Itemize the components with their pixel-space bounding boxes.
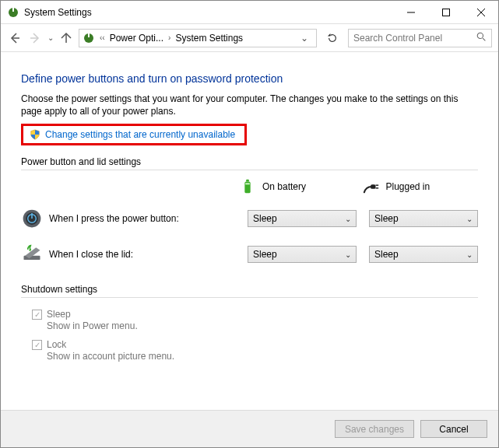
sleep-checkbox: ✓ — [32, 310, 42, 320]
col-plugged-in: Plugged in — [363, 178, 479, 195]
lock-desc: Show in account picture menu. — [47, 351, 174, 362]
refresh-button[interactable] — [322, 29, 343, 47]
lock-label: Lock — [47, 339, 174, 350]
recent-locations-dropdown[interactable]: ⌄ — [47, 33, 54, 42]
plug-icon — [363, 178, 380, 195]
chevron-right-icon: › — [167, 33, 172, 42]
svg-rect-3 — [442, 9, 449, 16]
shutdown-option-lock: ✓ Lock Show in account picture menu. — [32, 339, 478, 362]
breadcrumb-item[interactable]: System Settings — [175, 33, 243, 44]
col-plugged-label: Plugged in — [386, 181, 430, 192]
chevron-down-icon: ⌄ — [345, 250, 351, 259]
section-power-lid-title: Power button and lid settings — [21, 156, 478, 170]
page-description: Choose the power settings that you want … — [21, 93, 478, 117]
power-options-icon — [83, 32, 95, 44]
search-icon — [476, 32, 487, 44]
svg-rect-14 — [246, 180, 249, 182]
power-button-battery-select[interactable]: Sleep ⌄ — [248, 210, 357, 227]
maximize-button[interactable] — [428, 1, 463, 23]
laptop-lid-icon — [21, 243, 43, 265]
breadcrumb-item[interactable]: Power Opti... — [110, 33, 163, 44]
power-button-plugged-select[interactable]: Sleep ⌄ — [369, 210, 478, 227]
lock-checkbox: ✓ — [32, 340, 42, 350]
close-lid-label: When I close the lid: — [49, 249, 213, 260]
up-button[interactable] — [58, 30, 74, 46]
svg-line-12 — [483, 38, 485, 40]
search-input[interactable]: Search Control Panel — [348, 29, 492, 47]
title-bar: System Settings — [1, 1, 498, 24]
svg-rect-15 — [245, 184, 250, 185]
col-on-battery: On battery — [239, 178, 355, 195]
back-button[interactable] — [7, 30, 23, 46]
breadcrumb[interactable]: ‹‹ Power Opti... › System Settings ⌄ — [79, 29, 317, 47]
forward-button[interactable] — [27, 30, 43, 46]
sleep-label: Sleep — [47, 309, 138, 320]
svg-rect-16 — [371, 185, 375, 190]
power-options-icon — [7, 6, 19, 19]
window-title: System Settings — [24, 7, 393, 18]
save-changes-button[interactable]: Save changes — [335, 420, 414, 438]
cancel-button[interactable]: Cancel — [420, 420, 487, 438]
close-button[interactable] — [463, 1, 498, 23]
power-button-icon — [21, 208, 43, 229]
col-battery-label: On battery — [262, 181, 306, 192]
search-placeholder: Search Control Panel — [353, 33, 442, 44]
change-settings-highlighted: Change settings that are currently unava… — [21, 124, 247, 145]
breadcrumb-sep: ‹‹ — [98, 33, 107, 42]
change-settings-link[interactable]: Change settings that are currently unava… — [45, 129, 235, 140]
uac-shield-icon — [30, 129, 40, 140]
battery-icon — [239, 178, 256, 195]
breadcrumb-dropdown[interactable]: ⌄ — [296, 33, 313, 44]
power-button-label: When I press the power button: — [49, 213, 213, 224]
chevron-down-icon: ⌄ — [466, 215, 473, 223]
page-heading: Define power buttons and turn on passwor… — [21, 72, 478, 85]
svg-rect-1 — [12, 8, 14, 12]
row-close-lid: When I close the lid: Sleep ⌄ Sleep ⌄ — [21, 240, 478, 276]
footer-bar: Save changes Cancel — [1, 410, 498, 447]
shutdown-option-sleep: ✓ Sleep Show in Power menu. — [32, 309, 478, 331]
row-power-button: When I press the power button: Sleep ⌄ S… — [21, 205, 478, 240]
svg-rect-10 — [88, 33, 90, 37]
chevron-down-icon: ⌄ — [345, 215, 351, 223]
minimize-button[interactable] — [393, 1, 428, 23]
lid-battery-select[interactable]: Sleep ⌄ — [248, 246, 357, 263]
svg-point-11 — [477, 33, 483, 38]
nav-bar: ⌄ ‹‹ Power Opti... › System Settings ⌄ S… — [1, 24, 498, 52]
section-shutdown-title: Shutdown settings — [21, 284, 478, 298]
sleep-desc: Show in Power menu. — [47, 320, 138, 331]
chevron-down-icon: ⌄ — [466, 250, 473, 259]
lid-plugged-select[interactable]: Sleep ⌄ — [369, 246, 478, 263]
